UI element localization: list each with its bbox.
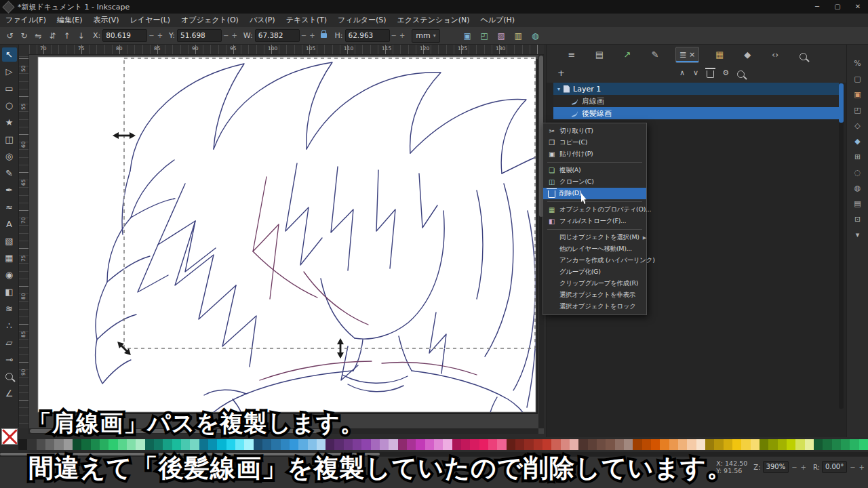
palette-swatch[interactable] [515, 439, 524, 450]
export-dialog-tab[interactable]: ↗ [620, 47, 635, 62]
palette-swatch[interactable] [768, 439, 777, 450]
scale-stroke-toggle[interactable]: ▣ [460, 29, 475, 43]
snap-controls-toggle[interactable]: ◍ [528, 29, 542, 43]
palette-swatch[interactable] [298, 439, 307, 450]
canvas-area[interactable] [28, 54, 544, 434]
bucket-tool[interactable]: ◧ [2, 285, 17, 299]
pen-tool[interactable]: ✒ [2, 183, 17, 197]
menu-layer[interactable]: レイヤー(L) [125, 14, 176, 27]
palette-swatch[interactable] [488, 439, 497, 450]
palette-swatch[interactable] [190, 439, 199, 450]
menu-file[interactable]: ファイル(F) [0, 14, 52, 27]
swatches-dialog-tab[interactable]: ▦ [712, 47, 727, 62]
palette-swatch[interactable] [624, 439, 633, 450]
palette-swatch[interactable] [542, 439, 551, 450]
h-input[interactable]: 62.963 [345, 29, 390, 42]
layer-settings-gear-icon[interactable]: ⚙ [722, 68, 729, 77]
palette-swatch[interactable] [778, 439, 787, 450]
palette-swatch[interactable] [389, 439, 397, 450]
selector-tool[interactable]: ↖ [2, 47, 17, 62]
palette-swatch[interactable] [199, 439, 208, 450]
palette-swatch[interactable] [136, 439, 144, 450]
palette-swatch[interactable] [651, 439, 660, 450]
palette-swatch[interactable] [570, 439, 578, 450]
palette-swatch[interactable] [805, 439, 814, 450]
palette-swatch[interactable] [244, 439, 253, 450]
layer-search-icon[interactable] [737, 70, 745, 78]
menu-extensions[interactable]: エクステンション(N) [392, 14, 475, 27]
xml-editor-tab[interactable]: ‹› [768, 47, 783, 62]
palette-swatch[interactable] [208, 439, 217, 450]
zoom-value[interactable]: 390% [763, 461, 789, 473]
rotation-minus-button[interactable]: − [849, 464, 856, 471]
palette-swatch[interactable] [81, 439, 90, 450]
zoom-tool[interactable] [2, 369, 17, 384]
rotate-ccw-button[interactable]: ↺ [3, 29, 17, 43]
palette-swatch[interactable] [262, 439, 271, 450]
calligraphy-tool[interactable]: ≈ [2, 200, 17, 214]
context-menu-item-duplicate[interactable]: ❏複製(A) [543, 165, 646, 176]
rotation-value[interactable]: 0.00° [822, 461, 847, 473]
lower-layer-button[interactable]: ∨ [693, 68, 698, 77]
menu-object[interactable]: オブジェクト(O) [176, 14, 244, 27]
palette-swatch[interactable] [27, 439, 36, 450]
palette-swatch[interactable] [524, 439, 533, 450]
w-plus-button[interactable]: + [308, 32, 316, 39]
context-menu-item-create-clip-group[interactable]: クリップグループを作成(R) [543, 278, 646, 289]
palette-swatch[interactable] [479, 439, 488, 450]
palette-swatch[interactable] [578, 439, 587, 450]
context-menu-item-paste[interactable]: ▣貼り付け(P) [543, 148, 646, 160]
palette-swatch[interactable] [841, 439, 850, 450]
y-input[interactable]: 51.698 [177, 29, 222, 42]
box3d-tool[interactable]: ◫ [2, 132, 17, 146]
palette-swatch[interactable] [724, 439, 732, 450]
palette-swatch[interactable] [398, 439, 407, 450]
palette-swatch[interactable] [823, 439, 831, 450]
palette-swatch[interactable] [334, 439, 343, 450]
palette-swatch[interactable] [687, 439, 696, 450]
palette-swatch[interactable] [353, 439, 361, 450]
menu-path[interactable]: パス(P) [244, 14, 281, 27]
palette-swatch[interactable] [606, 439, 614, 450]
tweak-tool[interactable]: ≋ [2, 302, 17, 316]
w-input[interactable]: 67.382 [255, 29, 300, 42]
pencil-tool[interactable]: ✎ [2, 166, 17, 180]
measure-tool[interactable]: ∠ [2, 386, 17, 401]
lower-button[interactable]: ↓ [74, 29, 88, 43]
palette-swatch[interactable] [271, 439, 280, 450]
palette-swatch[interactable] [633, 439, 642, 450]
context-menu-item-clone[interactable]: ◫クローン(C) [543, 176, 646, 188]
palette-swatch[interactable] [37, 439, 45, 450]
layer-row-layer1[interactable]: ▾ Layer 1 [553, 83, 839, 95]
palette-swatch[interactable] [705, 439, 714, 450]
snap-center-icon[interactable]: ◍ [852, 183, 863, 194]
palette-swatch[interactable] [326, 439, 334, 450]
context-menu-item-group[interactable]: グループ化(G) [543, 266, 646, 278]
palette-swatch[interactable] [814, 439, 823, 450]
context-menu-item-select-same[interactable]: 同じオブジェクトを選択(M)▶ [543, 232, 646, 243]
palette-swatch[interactable] [154, 439, 163, 450]
palette-swatch[interactable] [371, 439, 380, 450]
delete-layer-button[interactable] [707, 70, 714, 78]
palette-swatch[interactable] [751, 439, 760, 450]
palette-swatch[interactable] [145, 439, 154, 450]
fill-stroke-dialog-tab[interactable]: ✎ [648, 47, 663, 62]
palette-swatch[interactable] [551, 439, 560, 450]
x-plus-button[interactable]: + [156, 32, 164, 39]
rotation-control[interactable]: R: 0.00° − + [813, 461, 865, 473]
palette-swatch[interactable] [181, 439, 190, 450]
move-gradients-toggle[interactable]: ▨ [494, 29, 509, 43]
palette-swatch[interactable] [434, 439, 443, 450]
context-menu-item-fill-stroke[interactable]: ◧フィル/ストローク(F)... [543, 216, 646, 227]
layer-row-kata-senga[interactable]: 肩線画 [553, 95, 839, 107]
palette-swatch[interactable] [669, 439, 678, 450]
raise-button[interactable]: ↑ [60, 29, 74, 43]
palette-swatch[interactable] [380, 439, 389, 450]
palette-swatch[interactable] [507, 439, 515, 450]
snap-midpoint-icon[interactable]: ◌ [852, 167, 863, 178]
text-tool[interactable]: A [2, 217, 17, 231]
snap-bbox-edge-icon[interactable]: ▣ [852, 89, 863, 100]
palette-swatch[interactable] [741, 439, 750, 450]
dropper-tool[interactable]: ◉ [2, 268, 17, 282]
rotate-cw-button[interactable]: ↻ [17, 29, 31, 43]
